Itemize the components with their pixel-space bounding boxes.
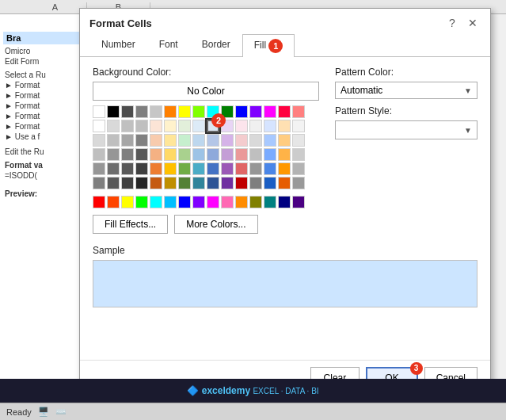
color-cell[interactable] <box>264 134 276 147</box>
color-cell[interactable] <box>235 148 248 161</box>
color-cell[interactable] <box>135 105 148 118</box>
color-cell[interactable] <box>264 105 276 118</box>
color-cell[interactable] <box>107 105 120 118</box>
color-cell[interactable] <box>221 134 234 147</box>
color-cell[interactable] <box>93 105 105 118</box>
color-cell[interactable] <box>292 148 305 161</box>
color-cell[interactable]: 2 <box>207 120 219 132</box>
color-cell[interactable] <box>107 162 120 175</box>
color-cell[interactable] <box>93 148 105 161</box>
color-cell[interactable] <box>292 162 305 175</box>
color-cell[interactable] <box>121 162 134 175</box>
color-cell[interactable] <box>192 162 205 175</box>
pattern-color-dropdown[interactable]: Automatic ▼ <box>335 82 477 99</box>
color-cell[interactable] <box>278 162 291 175</box>
color-cell[interactable] <box>178 148 191 161</box>
color-cell[interactable] <box>192 120 205 132</box>
color-cell[interactable] <box>264 196 276 208</box>
color-cell[interactable] <box>135 177 148 189</box>
color-cell[interactable] <box>150 196 162 208</box>
color-cell[interactable] <box>107 196 120 208</box>
color-cell[interactable] <box>249 134 262 147</box>
color-cell[interactable] <box>150 134 162 147</box>
color-cell[interactable] <box>192 177 205 189</box>
color-cell[interactable] <box>135 148 148 161</box>
color-cell[interactable] <box>178 134 191 147</box>
close-button[interactable]: ✕ <box>465 15 481 31</box>
color-cell[interactable] <box>135 120 148 132</box>
color-cell[interactable] <box>207 177 219 189</box>
color-cell[interactable] <box>150 148 162 161</box>
more-colors-button[interactable]: More Colors... <box>174 215 257 234</box>
color-cell[interactable] <box>292 177 305 189</box>
color-cell[interactable] <box>292 120 305 132</box>
color-cell[interactable] <box>93 134 105 147</box>
color-cell[interactable] <box>249 177 262 189</box>
color-cell[interactable] <box>292 105 305 118</box>
color-cell[interactable] <box>164 134 177 147</box>
color-cell[interactable] <box>235 196 248 208</box>
tab-fill[interactable]: Fill 1 <box>242 34 295 57</box>
color-cell[interactable] <box>278 196 291 208</box>
color-cell[interactable] <box>178 162 191 175</box>
tab-border[interactable]: Border <box>190 34 242 57</box>
color-cell[interactable] <box>207 134 219 147</box>
color-cell[interactable] <box>249 196 262 208</box>
color-cell[interactable] <box>93 177 105 189</box>
color-cell[interactable] <box>235 177 248 189</box>
color-cell[interactable] <box>178 120 191 132</box>
color-cell[interactable] <box>107 177 120 189</box>
color-cell[interactable] <box>164 162 177 175</box>
tab-number[interactable]: Number <box>89 34 147 57</box>
color-cell[interactable] <box>121 196 134 208</box>
color-cell[interactable] <box>221 148 234 161</box>
color-cell[interactable] <box>249 120 262 132</box>
color-cell[interactable] <box>249 148 262 161</box>
color-cell[interactable] <box>178 196 191 208</box>
color-cell[interactable] <box>178 105 191 118</box>
color-cell[interactable] <box>207 148 219 161</box>
color-cell[interactable] <box>264 120 276 132</box>
color-cell[interactable] <box>292 196 305 208</box>
color-cell[interactable] <box>135 134 148 147</box>
color-cell[interactable] <box>150 120 162 132</box>
color-cell[interactable] <box>93 162 105 175</box>
color-cell[interactable] <box>164 105 177 118</box>
color-cell[interactable] <box>150 105 162 118</box>
pattern-style-dropdown[interactable]: ▼ <box>335 120 477 139</box>
color-cell[interactable] <box>249 162 262 175</box>
color-cell[interactable] <box>264 162 276 175</box>
color-cell[interactable] <box>235 105 248 118</box>
color-cell[interactable] <box>221 177 234 189</box>
color-cell[interactable] <box>264 177 276 189</box>
color-cell[interactable] <box>178 177 191 189</box>
color-cell[interactable] <box>278 105 291 118</box>
color-cell[interactable] <box>235 134 248 147</box>
color-cell[interactable] <box>135 196 148 208</box>
color-cell[interactable] <box>164 148 177 161</box>
color-cell[interactable] <box>207 162 219 175</box>
color-cell[interactable] <box>192 105 205 118</box>
color-cell[interactable] <box>107 120 120 132</box>
color-cell[interactable] <box>235 162 248 175</box>
no-color-button[interactable]: No Color <box>93 82 319 101</box>
color-cell[interactable] <box>107 134 120 147</box>
color-cell[interactable] <box>93 120 105 132</box>
fill-effects-button[interactable]: Fill Effects... <box>93 215 168 234</box>
color-cell[interactable] <box>164 177 177 189</box>
color-cell[interactable] <box>121 134 134 147</box>
color-cell[interactable] <box>135 162 148 175</box>
color-cell[interactable] <box>93 196 105 208</box>
color-cell[interactable] <box>278 120 291 132</box>
color-cell[interactable] <box>121 177 134 189</box>
color-cell[interactable] <box>192 196 205 208</box>
color-cell[interactable] <box>235 120 248 132</box>
color-cell[interactable] <box>107 148 120 161</box>
color-cell[interactable] <box>278 177 291 189</box>
color-cell[interactable] <box>164 196 177 208</box>
color-cell[interactable] <box>264 148 276 161</box>
color-cell[interactable] <box>207 196 219 208</box>
color-cell[interactable] <box>221 162 234 175</box>
color-cell[interactable] <box>121 120 134 132</box>
help-button[interactable]: ? <box>444 15 460 31</box>
